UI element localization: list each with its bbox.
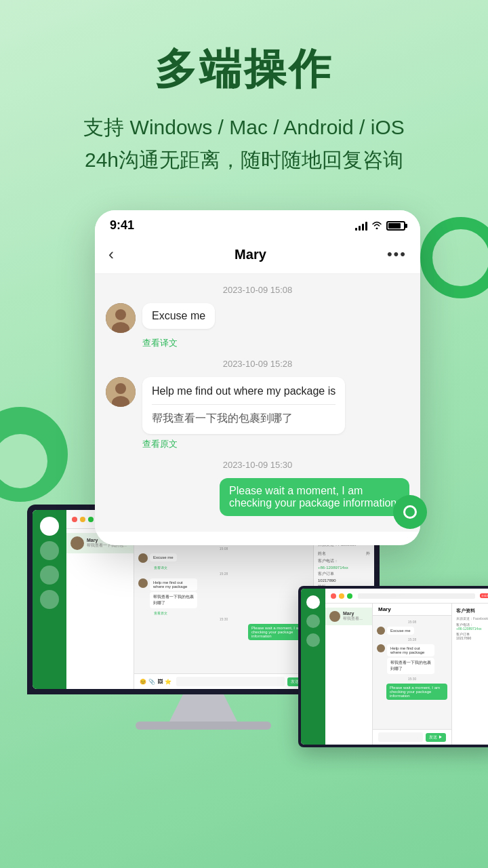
tablet-msg-right: Please wait a moment, I am checking your… [377,684,447,700]
tablet-av-2 [377,644,385,652]
msg-row-1: Excuse me [106,303,409,333]
sidebar-icon-1[interactable] [40,517,59,536]
msg-row-3: Please wait a moment, I am checking your… [106,478,409,516]
tablet-main: 在线客服 Mary 帮我查看... M [325,589,488,745]
signal-icon [355,221,367,231]
tablet-info-panel: 客户资料 来源渠道：Facebook 客户电话： +86-12089714xx … [451,604,488,745]
subtitle-line1: 支持 Windows / Mac / Android / iOS [83,116,404,138]
chat-window: Mary 在线 15:08 Excuse me 查看译文 15:28 [134,529,313,689]
status-time: 9:41 [110,218,134,233]
tablet-send-btn[interactable]: 发送 ▶ [426,733,446,742]
wifi-icon [371,220,382,231]
tablet-bubble-1: Excuse me [387,627,414,635]
msg-row-2: Help me find out where my package is 帮我查… [106,377,409,434]
window-close-btn[interactable] [72,517,77,522]
monitor-base [136,722,271,730]
translate-link-1[interactable]: 查看译文 [142,337,409,349]
mini-avatar-mary [70,536,84,550]
phone-mockup-container: 9:41 [95,210,420,545]
tablet-top-bar: 在线客服 [325,589,488,604]
tablet-sidebar-icon-2[interactable] [306,614,320,628]
deco-circle-right [420,217,488,298]
tablet-ts-1: 15:08 [377,620,447,624]
tablet-close-btn[interactable] [331,593,336,599]
tablet-name: Mary [343,611,363,616]
tablet-sidebar-icon-1[interactable] [306,595,320,609]
chat-area: 2023-10-09 15:08 Excuse me 查看译文 2023-10-… [95,274,420,532]
msg-text-chinese: 帮我查看一下我的包裹到哪了 [152,412,336,426]
battery-icon [386,221,405,231]
tablet-chat-header: Mary [373,604,451,616]
mini-translate-1[interactable]: 查看译文 [154,566,309,570]
mini-msg-right-1: Please wait a moment, I am checking your… [138,624,309,640]
tablet-last-msg: 帮我查看... [343,616,363,622]
tablet-chat-name: Mary [378,606,391,612]
tablet-min-btn[interactable] [339,593,344,599]
tablet-info-source: 来源渠道：Facebook [456,616,488,620]
chat-header: ‹ Mary ••• [95,238,420,274]
msg-bubble-2: Help me find out where my package is 帮我查… [142,377,345,434]
tablet-info-title: 客户资料 [456,608,488,614]
mini-translate-2[interactable]: 查看原文 [154,611,309,615]
avatar-2 [106,377,136,407]
msg-timestamp-2: 2023-10-09 15:28 [106,359,409,369]
window-minimize-btn[interactable] [80,517,85,522]
green-dot-indicator [393,495,427,529]
msg-timestamp-3: 2023-10-09 15:30 [106,460,409,470]
info-phone-value: +86-12089714xx [318,566,370,570]
tablet-bubble-green: Please wait a moment, I am checking your… [386,684,447,700]
tablet-sidebar [301,589,325,745]
attach-icon[interactable]: 📎 [148,679,155,685]
mini-ts-2: 15:28 [138,572,309,576]
window-maximize-btn[interactable] [88,517,94,522]
msg-bubble-3: Please wait a moment, I am checking your… [220,478,409,516]
mini-av-2 [138,578,148,588]
tablet-msg-1: Excuse me [377,627,447,635]
tablet-messages: 15:08 Excuse me 15:28 Help me find out w… [373,616,451,729]
mini-bubble-2b: 帮我查看一下我的包裹到哪了 [150,592,197,608]
tablet-input-bar: 发送 ▶ [373,729,451,745]
tablet-info-details: 客户电话： +86-12089714xx 客户订单 10217890 [456,623,488,640]
tablet-search[interactable] [358,593,475,599]
tablet-content: Mary 帮我查看... Mary 15:08 [325,604,488,745]
monitor-stand [169,694,237,722]
msg-timestamp-1: 2023-10-09 15:08 [106,285,409,295]
tablet-input-field[interactable] [378,732,423,742]
mini-ts-3: 15:30 [138,617,309,621]
svg-point-4 [115,383,126,394]
mini-ts-1: 15:08 [138,547,309,551]
subtitle: 支持 Windows / Mac / Android / iOS 24h沟通无距… [27,111,461,176]
tablet-sidebar-icon-3[interactable] [306,633,320,647]
tablet-mockup: 在线客服 Mary 帮我查看... M [298,586,488,747]
tablet-msg-2: Help me find out where my package 帮我查看一下… [377,644,447,674]
tablet-max-btn[interactable] [347,593,352,599]
msg-bubble-1: Excuse me [142,303,215,329]
more-button[interactable]: ••• [387,245,407,263]
tablet-bubble-2b: 帮我查看一下我的包裹到哪了 [387,658,434,674]
sidebar-icon-4[interactable] [40,590,59,609]
tablet-av-1 [377,627,385,635]
tablet-ts-3: 15:30 [377,677,447,681]
star-icon[interactable]: ⭐ [165,679,171,685]
phone-mockup: 9:41 [95,210,420,545]
status-icons [355,220,405,231]
info-order-value: 10217890 [318,578,370,583]
sidebar-icon-3[interactable] [40,566,59,585]
mini-bubble-1: Excuse me [150,553,177,561]
mini-messages-area: 15:08 Excuse me 查看译文 15:28 [134,542,313,673]
emoji-icon[interactable]: 😊 [140,679,146,685]
back-button[interactable]: ‹ [108,245,114,264]
chat-input-field[interactable] [176,677,285,686]
image-icon[interactable]: 🖼 [157,679,163,685]
translate-link-2[interactable]: 查看原文 [142,438,409,450]
tablet-chat-item-mary[interactable]: Mary 帮我查看... [325,608,372,625]
tablet-status-badge: 在线客服 [480,593,488,598]
app-sidebar [33,510,66,689]
tablet-inner: 在线客服 Mary 帮我查看... M [301,589,488,745]
mini-av-1 [138,553,148,563]
info-row-phone: 客户电话： [318,558,370,564]
mini-bubble-2a: Help me find out where my package [150,578,197,591]
subtitle-line2: 24h沟通无距离，随时随地回复咨询 [85,149,403,171]
tablet-chat-list: Mary 帮我查看... [325,604,373,745]
sidebar-icon-2[interactable] [40,541,59,560]
